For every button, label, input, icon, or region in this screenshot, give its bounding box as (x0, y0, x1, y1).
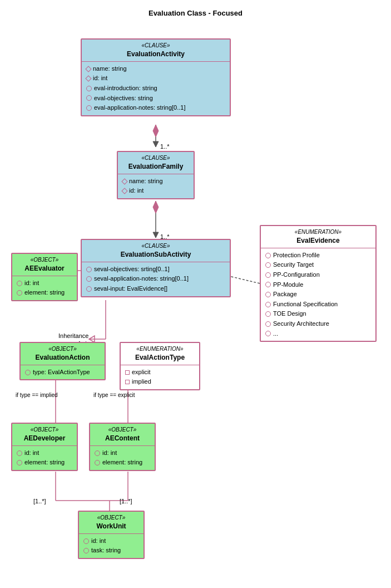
attr-wu-task: task: string (83, 546, 139, 556)
attr-ee-sa: Security Architecture (265, 319, 371, 329)
evaluation-action-box: «OBJECT» EvaluationAction type: EvalActi… (19, 342, 106, 380)
attr-ef-name: name: string (122, 177, 189, 187)
mult-dev-wu: [1..*] (33, 498, 46, 504)
eval-evidence-stereotype: «ENUMERATION» (265, 228, 371, 236)
ae-content-stereotype: «OBJECT» (95, 426, 150, 434)
evaluation-action-stereotype: «OBJECT» (25, 345, 100, 353)
ae-developer-box: «OBJECT» AEDeveloper id: int element: st… (11, 423, 78, 471)
ae-content-name: AEContent (95, 434, 150, 443)
work-unit-box: «OBJECT» WorkUnit id: int task: string (78, 511, 145, 559)
diagram-title: Evaluation Class - Focused (0, 0, 391, 22)
evaluation-subactivity-name: EvaluationSubActivity (86, 250, 225, 259)
work-unit-stereotype: «OBJECT» (83, 514, 139, 522)
evaluation-action-name: EvaluationAction (25, 353, 100, 362)
evaluation-activity-stereotype: «CLAUSE» (86, 42, 225, 50)
attr-ea-notes: eval-application-notes: string[0..1] (86, 103, 225, 113)
attr-esa-input: seval-input: EvalEvidence[] (86, 284, 225, 294)
cond-explicit: if type == explicit (93, 392, 135, 398)
evaluation-activity-name: EvaluationActivity (86, 50, 225, 59)
attr-ea-name: name: string (86, 64, 225, 74)
attr-ea-obj: eval-objectives: string (86, 94, 225, 104)
inheritance-label: Inheritance (58, 332, 88, 339)
ae-content-box: «OBJECT» AEContent id: int element: stri… (89, 423, 156, 471)
attr-aed-id: id: int (17, 448, 72, 458)
cond-implied: if type == implied (16, 392, 58, 398)
mult-con-wu: [1..*] (120, 498, 132, 504)
attr-ee-fs: Functional Specification (265, 300, 371, 310)
attr-ee-ppc: PP-Configuration (265, 270, 371, 280)
attr-eact-type: type: EvalActionType (25, 367, 100, 378)
attr-aee-elem: element: string (17, 288, 72, 298)
evaluation-subactivity-stereotype: «CLAUSE» (86, 242, 225, 250)
attr-wu-id: id: int (83, 536, 139, 546)
svg-marker-1 (153, 125, 159, 137)
attr-esa-obj: seval-objectives: srting[0..1] (86, 264, 225, 275)
svg-marker-5 (153, 232, 159, 238)
attr-esa-notes: seval-application-notes: string[0..1] (86, 274, 225, 284)
ae-developer-name: AEDeveloper (17, 434, 72, 443)
attr-ee-pp: Protection Profile (265, 251, 371, 261)
attr-ee-ppm: PP-Module (265, 280, 371, 290)
eval-evidence-box: «ENUMERATION» EvalEvidence Protection Pr… (260, 225, 377, 342)
attr-ea-intro: eval-introduction: string (86, 84, 225, 94)
attr-ee-pkg: Package (265, 290, 371, 300)
attr-ef-id: id: int (122, 186, 189, 196)
attr-ee-td: TOE Design (265, 309, 371, 319)
evaluation-activity-box: «CLAUSE» EvaluationActivity name: string… (81, 38, 231, 116)
evaluation-subactivity-box: «CLAUSE» EvaluationSubActivity seval-obj… (81, 239, 231, 297)
attr-ee-st: Security Target (265, 260, 371, 270)
ae-evaluator-name: AEEvaluator (17, 264, 72, 273)
evaluation-family-stereotype: «CLAUSE» (122, 154, 189, 162)
attr-eat-implied: implied (125, 377, 195, 387)
attr-eat-explicit: explicit (125, 367, 195, 378)
evaluation-family-name: EvaluationFamily (122, 162, 189, 171)
eval-evidence-name: EvalEvidence (265, 236, 371, 246)
svg-marker-4 (153, 201, 159, 213)
eval-action-type-name: EvalActionType (125, 353, 195, 362)
attr-aed-elem: element: string (17, 458, 72, 468)
svg-marker-2 (153, 141, 159, 147)
ae-developer-stereotype: «OBJECT» (17, 426, 72, 434)
mult-ea-ef: 1..* (160, 143, 170, 150)
eval-action-type-stereotype: «ENUMERATION» (125, 345, 195, 353)
evaluation-family-box: «CLAUSE» EvaluationFamily name: string i… (117, 151, 195, 199)
attr-aec-elem: element: string (95, 458, 150, 468)
work-unit-name: WorkUnit (83, 522, 139, 531)
attr-ee-etc: ... (265, 329, 371, 339)
ae-evaluator-stereotype: «OBJECT» (17, 256, 72, 264)
eval-action-type-box: «ENUMERATION» EvalActionType explicit im… (120, 342, 200, 390)
ae-evaluator-box: «OBJECT» AEEvaluator id: int element: st… (11, 253, 78, 301)
attr-aee-id: id: int (17, 278, 72, 288)
attr-ea-id: id: int (86, 74, 225, 84)
attr-aec-id: id: int (95, 448, 150, 458)
